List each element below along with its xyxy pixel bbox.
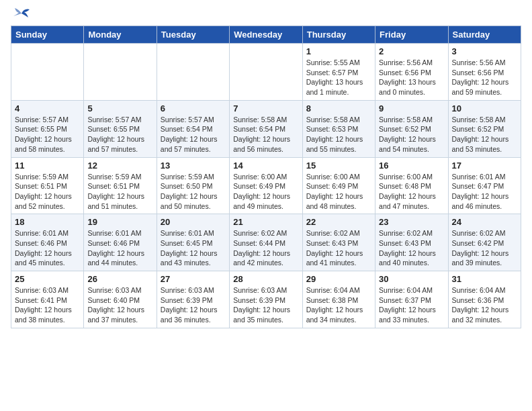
day-number: 19 <box>87 217 152 227</box>
calendar-day-cell: 24Sunrise: 6:02 AM Sunset: 6:42 PM Dayli… <box>448 214 521 271</box>
calendar-day-cell: 5Sunrise: 5:57 AM Sunset: 6:55 PM Daylig… <box>84 100 157 157</box>
calendar-table: SundayMondayTuesdayWednesdayThursdayFrid… <box>11 26 521 328</box>
logo <box>11 11 31 20</box>
day-number: 29 <box>306 274 371 284</box>
calendar-day-cell: 21Sunrise: 6:02 AM Sunset: 6:44 PM Dayli… <box>230 214 302 271</box>
day-number: 10 <box>452 103 517 113</box>
day-number: 24 <box>452 217 517 227</box>
calendar-week-row: 4Sunrise: 5:57 AM Sunset: 6:55 PM Daylig… <box>11 100 521 157</box>
calendar-day-cell: 12Sunrise: 5:59 AM Sunset: 6:51 PM Dayli… <box>84 157 157 214</box>
logo-bird-icon <box>12 7 31 20</box>
day-info: Sunrise: 5:58 AM Sunset: 6:52 PM Dayligh… <box>379 115 444 154</box>
day-number: 7 <box>233 103 298 113</box>
calendar-day-cell: 30Sunrise: 6:04 AM Sunset: 6:37 PM Dayli… <box>375 271 448 328</box>
calendar-day-cell <box>157 44 229 101</box>
day-info: Sunrise: 6:00 AM Sunset: 6:48 PM Dayligh… <box>379 172 444 212</box>
calendar-day-cell: 1Sunrise: 5:55 AM Sunset: 6:57 PM Daylig… <box>302 44 375 101</box>
day-number: 18 <box>15 217 80 227</box>
day-number: 14 <box>233 161 298 171</box>
calendar-week-row: 25Sunrise: 6:03 AM Sunset: 6:41 PM Dayli… <box>11 271 521 328</box>
weekday-header: Tuesday <box>157 26 229 44</box>
day-info: Sunrise: 5:55 AM Sunset: 6:57 PM Dayligh… <box>306 58 371 97</box>
day-info: Sunrise: 6:04 AM Sunset: 6:37 PM Dayligh… <box>379 285 444 325</box>
calendar-week-row: 11Sunrise: 5:59 AM Sunset: 6:51 PM Dayli… <box>11 157 521 214</box>
day-info: Sunrise: 5:56 AM Sunset: 6:56 PM Dayligh… <box>379 58 444 97</box>
weekday-header: Friday <box>375 26 448 44</box>
day-number: 26 <box>87 274 152 284</box>
day-number: 6 <box>161 103 226 113</box>
day-number: 11 <box>15 161 80 171</box>
day-number: 3 <box>452 46 517 56</box>
day-number: 22 <box>306 217 371 227</box>
day-info: Sunrise: 5:58 AM Sunset: 6:54 PM Dayligh… <box>233 115 298 154</box>
calendar-day-cell: 31Sunrise: 6:04 AM Sunset: 6:36 PM Dayli… <box>448 271 521 328</box>
calendar-day-cell: 27Sunrise: 6:03 AM Sunset: 6:39 PM Dayli… <box>157 271 229 328</box>
calendar-day-cell: 25Sunrise: 6:03 AM Sunset: 6:41 PM Dayli… <box>11 271 84 328</box>
day-number: 12 <box>87 161 152 171</box>
calendar-day-cell <box>84 44 157 101</box>
calendar-day-cell: 6Sunrise: 5:57 AM Sunset: 6:54 PM Daylig… <box>157 100 229 157</box>
day-info: Sunrise: 5:59 AM Sunset: 6:50 PM Dayligh… <box>161 172 226 212</box>
day-info: Sunrise: 6:00 AM Sunset: 6:49 PM Dayligh… <box>233 172 298 212</box>
day-number: 31 <box>452 274 517 284</box>
day-info: Sunrise: 6:03 AM Sunset: 6:41 PM Dayligh… <box>15 285 80 325</box>
day-info: Sunrise: 5:57 AM Sunset: 6:55 PM Dayligh… <box>15 115 80 154</box>
day-number: 17 <box>452 161 517 171</box>
day-info: Sunrise: 6:03 AM Sunset: 6:40 PM Dayligh… <box>87 285 152 325</box>
day-number: 23 <box>379 217 444 227</box>
day-info: Sunrise: 6:02 AM Sunset: 6:42 PM Dayligh… <box>452 228 517 268</box>
day-info: Sunrise: 6:01 AM Sunset: 6:45 PM Dayligh… <box>161 228 226 268</box>
day-info: Sunrise: 6:03 AM Sunset: 6:39 PM Dayligh… <box>233 285 298 325</box>
day-number: 1 <box>306 46 371 56</box>
day-info: Sunrise: 6:01 AM Sunset: 6:47 PM Dayligh… <box>452 172 517 212</box>
calendar-day-cell: 11Sunrise: 5:59 AM Sunset: 6:51 PM Dayli… <box>11 157 84 214</box>
day-number: 13 <box>161 161 226 171</box>
calendar-day-cell: 3Sunrise: 5:56 AM Sunset: 6:56 PM Daylig… <box>448 44 521 101</box>
day-number: 2 <box>379 46 444 56</box>
day-info: Sunrise: 6:02 AM Sunset: 6:43 PM Dayligh… <box>379 228 444 268</box>
day-info: Sunrise: 6:04 AM Sunset: 6:36 PM Dayligh… <box>452 285 517 325</box>
calendar-day-cell: 14Sunrise: 6:00 AM Sunset: 6:49 PM Dayli… <box>230 157 302 214</box>
day-info: Sunrise: 6:02 AM Sunset: 6:44 PM Dayligh… <box>233 228 298 268</box>
calendar-day-cell <box>230 44 302 101</box>
day-info: Sunrise: 5:57 AM Sunset: 6:54 PM Dayligh… <box>161 115 226 154</box>
day-number: 20 <box>161 217 226 227</box>
day-info: Sunrise: 6:04 AM Sunset: 6:38 PM Dayligh… <box>306 285 371 325</box>
calendar-day-cell: 17Sunrise: 6:01 AM Sunset: 6:47 PM Dayli… <box>448 157 521 214</box>
calendar-day-cell: 9Sunrise: 5:58 AM Sunset: 6:52 PM Daylig… <box>375 100 448 157</box>
day-number: 5 <box>87 103 152 113</box>
day-info: Sunrise: 5:56 AM Sunset: 6:56 PM Dayligh… <box>452 58 517 97</box>
page-header <box>11 11 521 20</box>
calendar-day-cell: 10Sunrise: 5:58 AM Sunset: 6:52 PM Dayli… <box>448 100 521 157</box>
day-number: 21 <box>233 217 298 227</box>
calendar-day-cell: 16Sunrise: 6:00 AM Sunset: 6:48 PM Dayli… <box>375 157 448 214</box>
day-number: 16 <box>379 161 444 171</box>
calendar-day-cell: 29Sunrise: 6:04 AM Sunset: 6:38 PM Dayli… <box>302 271 375 328</box>
calendar-day-cell: 2Sunrise: 5:56 AM Sunset: 6:56 PM Daylig… <box>375 44 448 101</box>
day-info: Sunrise: 5:59 AM Sunset: 6:51 PM Dayligh… <box>87 172 152 212</box>
day-number: 4 <box>15 103 80 113</box>
calendar-day-cell: 26Sunrise: 6:03 AM Sunset: 6:40 PM Dayli… <box>84 271 157 328</box>
weekday-header: Sunday <box>11 26 84 44</box>
calendar-day-cell: 22Sunrise: 6:02 AM Sunset: 6:43 PM Dayli… <box>302 214 375 271</box>
day-info: Sunrise: 5:59 AM Sunset: 6:51 PM Dayligh… <box>15 172 80 212</box>
calendar-day-cell: 7Sunrise: 5:58 AM Sunset: 6:54 PM Daylig… <box>230 100 302 157</box>
day-number: 8 <box>306 103 371 113</box>
weekday-header: Thursday <box>302 26 375 44</box>
calendar-day-cell: 4Sunrise: 5:57 AM Sunset: 6:55 PM Daylig… <box>11 100 84 157</box>
calendar-header-row: SundayMondayTuesdayWednesdayThursdayFrid… <box>11 26 521 44</box>
day-info: Sunrise: 5:57 AM Sunset: 6:55 PM Dayligh… <box>87 115 152 154</box>
weekday-header: Saturday <box>448 26 521 44</box>
day-info: Sunrise: 6:00 AM Sunset: 6:49 PM Dayligh… <box>306 172 371 212</box>
day-info: Sunrise: 6:02 AM Sunset: 6:43 PM Dayligh… <box>306 228 371 268</box>
day-number: 28 <box>233 274 298 284</box>
calendar-week-row: 18Sunrise: 6:01 AM Sunset: 6:46 PM Dayli… <box>11 214 521 271</box>
calendar-day-cell: 18Sunrise: 6:01 AM Sunset: 6:46 PM Dayli… <box>11 214 84 271</box>
day-info: Sunrise: 5:58 AM Sunset: 6:53 PM Dayligh… <box>306 115 371 154</box>
day-info: Sunrise: 5:58 AM Sunset: 6:52 PM Dayligh… <box>452 115 517 154</box>
calendar-week-row: 1Sunrise: 5:55 AM Sunset: 6:57 PM Daylig… <box>11 44 521 101</box>
day-number: 15 <box>306 161 371 171</box>
day-info: Sunrise: 6:03 AM Sunset: 6:39 PM Dayligh… <box>161 285 226 325</box>
calendar-day-cell: 8Sunrise: 5:58 AM Sunset: 6:53 PM Daylig… <box>302 100 375 157</box>
day-info: Sunrise: 6:01 AM Sunset: 6:46 PM Dayligh… <box>87 228 152 268</box>
